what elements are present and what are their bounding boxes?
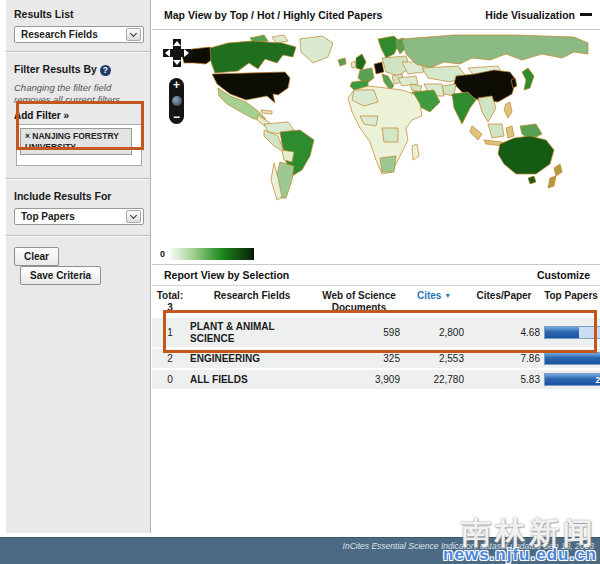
- results-list-dropdown[interactable]: Research Fields: [14, 26, 144, 43]
- hide-visualization-link[interactable]: Hide Visualization: [485, 9, 592, 21]
- research-field-link[interactable]: ENGINEERING: [188, 348, 316, 369]
- add-filter-link[interactable]: Add Filter »: [14, 110, 144, 121]
- legend-gradient-bar: [168, 248, 254, 260]
- documents-value: 3,909: [316, 369, 402, 389]
- filter-sidebar: Results List Research Fields Filter Resu…: [6, 0, 151, 533]
- row-rank: 2: [152, 348, 188, 369]
- report-view-title: Report View by Selection: [164, 269, 289, 281]
- report-table: Total: 3 Research Fields Web of Science …: [152, 286, 600, 389]
- documents-value: 598: [316, 317, 402, 348]
- research-field-link[interactable]: ALL FIELDS: [188, 369, 316, 389]
- customize-link[interactable]: Customize: [537, 269, 590, 281]
- report-view-header: Report View by Selection Customize: [152, 264, 600, 286]
- choropleth-world-map[interactable]: [154, 32, 598, 232]
- row-rank: 0: [152, 369, 188, 389]
- sort-descending-icon: ▼: [444, 292, 451, 299]
- include-results-dropdown[interactable]: Top Papers: [14, 208, 144, 225]
- include-results-selected-value: Top Papers: [21, 211, 75, 222]
- cites-value: 2,800: [402, 317, 466, 348]
- filter-results-by-label: Filter Results By?: [14, 63, 144, 76]
- cites-value: 22,780: [402, 369, 466, 389]
- column-header-top-papers: Top Papers: [542, 286, 600, 317]
- zoom-control[interactable]: + −: [169, 78, 184, 124]
- column-header-research-fields: Research Fields: [188, 286, 316, 317]
- map-view-title: Map View by Top / Hot / Highly Cited Pap…: [164, 9, 382, 21]
- include-results-label: Include Results For: [14, 190, 144, 202]
- esi-application-window: Results List Research Fields Filter Resu…: [0, 0, 600, 564]
- save-criteria-button[interactable]: Save Criteria: [20, 266, 101, 285]
- sidebar-divider: [6, 51, 150, 53]
- world-map-area[interactable]: + − 0: [152, 30, 600, 264]
- include-results-section: Include Results For Top Papers: [6, 182, 150, 231]
- help-icon[interactable]: ?: [100, 65, 111, 76]
- action-buttons-row: Clear Save Criteria: [6, 239, 150, 291]
- map-controls: + −: [162, 38, 192, 124]
- results-list-selected-value: Research Fields: [21, 29, 98, 40]
- results-list-section: Results List Research Fields: [6, 0, 150, 49]
- cites-per-paper-value: 7.86: [466, 348, 542, 369]
- documents-value: 325: [316, 348, 402, 369]
- column-header-cites-per-paper: Cites/Paper: [466, 286, 542, 317]
- row-rank: 1: [152, 317, 188, 348]
- footer-status-bar: InCites Essential Science Indicators dat…: [0, 537, 600, 564]
- table-header-row: Total: 3 Research Fields Web of Science …: [152, 286, 600, 317]
- total-count-value: 3: [167, 302, 173, 313]
- top-papers-bar: 9: [544, 352, 600, 365]
- column-header-cites-sort[interactable]: Cites ▼: [402, 286, 466, 317]
- zoom-out-icon[interactable]: −: [173, 112, 180, 122]
- table-row[interactable]: 2 ENGINEERING 325 2,553 7.86 9: [152, 348, 600, 369]
- top-papers-value: 29: [596, 374, 600, 386]
- map-panel-header: Map View by Top / Hot / Highly Cited Pap…: [152, 0, 600, 30]
- active-filter-label: NANJING FORESTRY UNIVERSITY: [25, 131, 119, 151]
- cites-per-paper-value: 4.68: [466, 317, 542, 348]
- zoom-in-icon[interactable]: +: [173, 80, 180, 90]
- active-filter-tag[interactable]: × NANJING FORESTRY UNIVERSITY: [20, 128, 132, 154]
- legend-min-value: 0: [160, 249, 165, 259]
- cites-per-paper-value: 5.83: [466, 369, 542, 389]
- visualization-panel: Map View by Top / Hot / Highly Cited Pap…: [152, 0, 600, 536]
- table-row[interactable]: 1 PLANT & ANIMAL SCIENCE 598 2,800 4.68 …: [152, 317, 600, 348]
- sidebar-divider: [6, 235, 150, 237]
- column-header-documents: Web of Science Documents: [316, 286, 402, 317]
- sidebar-divider: [6, 178, 150, 180]
- remove-filter-icon[interactable]: ×: [25, 131, 30, 141]
- research-field-link[interactable]: PLANT & ANIMAL SCIENCE: [188, 317, 316, 348]
- cites-value: 2,553: [402, 348, 466, 369]
- filter-results-section: Filter Results By? Changing the filter f…: [6, 55, 150, 172]
- results-list-label: Results List: [14, 8, 144, 20]
- top-papers-bar: 4: [544, 326, 600, 339]
- chevron-down-icon[interactable]: [126, 210, 141, 223]
- map-color-legend: 0: [160, 248, 254, 260]
- clear-button[interactable]: Clear: [14, 247, 59, 266]
- globe-icon[interactable]: [172, 96, 182, 106]
- total-count-header: Total: 3: [152, 286, 188, 317]
- minus-icon: [580, 13, 592, 16]
- dataset-updated-text: InCites Essential Science Indicators dat…: [343, 541, 594, 551]
- filter-note-text: Changing the filter field removes all cu…: [14, 82, 144, 106]
- chevron-down-icon[interactable]: [126, 28, 141, 41]
- table-row[interactable]: 0 ALL FIELDS 3,909 22,780 5.83 29: [152, 369, 600, 389]
- top-papers-bar: 29: [544, 373, 600, 386]
- active-filters-box: × NANJING FORESTRY UNIVERSITY: [16, 124, 142, 166]
- pan-control-icon[interactable]: [162, 38, 192, 68]
